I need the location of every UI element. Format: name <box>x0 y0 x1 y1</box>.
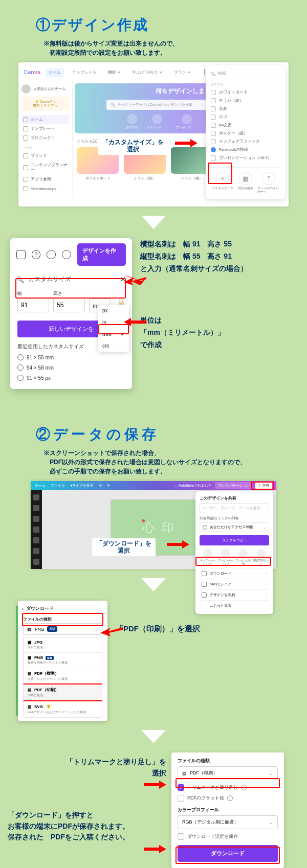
filetype-pdf-std[interactable]: ▤PDF（標準） 文書（およびメール）に最適 <box>24 668 102 684</box>
panel-item-fb[interactable]: Facebookの投稿 <box>211 146 280 154</box>
panel-import-file[interactable]: ⤒ファイルのインポート <box>257 172 280 194</box>
sidebar-item-smartmockups[interactable]: Smartmockups <box>21 184 69 193</box>
red-highlight-share-btn <box>251 482 274 490</box>
text-icon[interactable] <box>33 527 39 533</box>
file-icon: ▤ <box>182 771 187 776</box>
sidebar-section-tools: ツール <box>23 146 69 150</box>
panel-item-card[interactable]: 名刺 <box>211 105 280 113</box>
globe-icon <box>203 525 207 530</box>
save-settings-checkbox[interactable]: ダウンロード設定を保存 <box>178 833 278 840</box>
more-icon[interactable] <box>33 559 39 565</box>
checkbox-icon <box>178 795 184 802</box>
info-icon[interactable]: i <box>227 795 233 801</box>
clock-icon <box>17 364 24 371</box>
styles-icon[interactable] <box>33 548 39 554</box>
search-icon: 🔍 <box>111 103 115 107</box>
hero-cat-wb[interactable]: ホワイトボード <box>146 114 168 130</box>
share-list-download[interactable]: ダウンロード› <box>200 568 269 579</box>
create-design-button[interactable]: デザインを作成 <box>77 243 126 266</box>
panel-item-infog[interactable]: インフォグラフィック <box>211 138 280 146</box>
unit-cm[interactable]: cm <box>98 340 129 352</box>
filetype-dropdown: ▦JPG 共有に最適 ▦PNG推奨 複雑な画像やイラストに最適 ▤PDF（標準）… <box>23 637 102 718</box>
panel-item-logo[interactable]: ロゴ <box>211 113 280 121</box>
doc-title: … AutoSaveされました <box>174 483 212 488</box>
menu-home[interactable]: ホーム <box>35 483 46 488</box>
menu-resize[interactable]: ●サイズを変更 <box>70 483 94 488</box>
color-profile-select[interactable]: RGB（デジタル用に最適） ⌄ <box>178 815 278 829</box>
share-list-print[interactable]: デザインを印刷› <box>200 589 269 600</box>
callout-dl-1: 「ダウンロード」を押すと <box>8 810 166 821</box>
file-icon: ▦ <box>28 640 32 645</box>
redo-icon[interactable]: ⟳ <box>107 484 110 488</box>
undo-icon[interactable]: ⟲ <box>99 484 102 488</box>
panel-search[interactable]: 🔍 検索 <box>211 70 280 79</box>
filetype-jpg[interactable]: ▦JPG 共有に最適 <box>24 637 102 652</box>
panel-item-flyer[interactable]: チラシ（縦） <box>211 97 280 105</box>
hero-cat-pres[interactable]: プレゼンテー… <box>176 114 198 130</box>
arrow-icon <box>144 845 166 853</box>
sidebar-item-apps[interactable]: アプリ参照 <box>21 175 69 184</box>
topnav-plan[interactable]: プラン ∨ <box>171 68 194 77</box>
apps-icon <box>23 177 28 182</box>
recent-size-3[interactable]: 91 × 55 px <box>10 373 132 383</box>
chevron-right-icon: › <box>266 583 267 586</box>
chevron-down-icon: ⌄ <box>269 771 273 776</box>
gear-icon[interactable] <box>47 250 56 259</box>
panel-item-poster[interactable]: ポスター（縦） <box>211 129 280 138</box>
screen-icon[interactable] <box>16 250 26 259</box>
share-list-sns[interactable]: SNSでシェア› <box>200 579 269 589</box>
callout-pdf-print: 「PDF（印刷）」を選択 <box>116 601 289 634</box>
pro-upsell[interactable]: ♛ Canva Pro 無料トライアル <box>21 97 69 111</box>
share-input[interactable]: ユーザー、グループ、チームを追加 <box>200 504 269 513</box>
sidebar-item-planner[interactable]: コンテンツプランナー <box>21 161 69 175</box>
team-avatar-icon <box>21 84 31 94</box>
arrow-icon <box>175 139 198 147</box>
share-panel: このデザインを共有 ユーザー、グループ、チームを追加 共有可能なリンクの対象 あ… <box>195 491 273 614</box>
panel-item-pres[interactable]: プレゼンテーション（16:9） <box>211 154 280 162</box>
recent-size-2[interactable]: 94 × 58 mm <box>10 362 132 373</box>
panel-edit-photo[interactable]: ▦写真を編集 <box>234 172 257 194</box>
width-input[interactable] <box>17 298 49 312</box>
callout-dl-2: お客様の端末にPDFが保存されます。 <box>8 821 166 832</box>
panel-item-whiteboard[interactable]: ホワイトボード <box>211 88 280 97</box>
topnav-template[interactable]: テンプレート <box>69 68 100 77</box>
help-icon[interactable]: ? <box>32 250 41 259</box>
custom-size-modal: ? デザインを作成 🔍 カスタムサイズ ✕ 幅 高さ mm⌄ 🔒 新しいデザイ <box>10 238 132 389</box>
down-triangle-icon <box>141 730 166 743</box>
unit-px[interactable]: px <box>98 305 129 316</box>
clock-icon <box>17 354 24 360</box>
recent-size-1[interactable]: 91 × 55 mm <box>10 352 132 362</box>
menu-file[interactable]: ファイル <box>51 483 65 488</box>
topnav-func[interactable]: 機能 ∨ <box>105 68 124 77</box>
callout-download: 「ダウンロード」を 選択 <box>92 538 156 556</box>
topnav-learn[interactable]: 学ぶ/ビジ向け ∨ <box>129 68 165 77</box>
instruct-line1: 横型名刺は 幅 91 高さ 55 <box>140 238 289 250</box>
filetype-svg[interactable]: ▧SVG♛ Webデザインおよびアニメーションに最適 <box>24 700 102 717</box>
uploads-icon[interactable] <box>33 516 39 522</box>
sidebar-item-brand[interactable]: ブランド <box>21 151 69 161</box>
team-name: 太宰語さんのチーム <box>33 86 65 92</box>
copy-link-button[interactable]: リンクをコピー <box>200 535 269 545</box>
share-scope[interactable]: あなただけがアクセス可能 ⌄ <box>200 522 269 532</box>
template-icon[interactable] <box>33 494 39 500</box>
photos-icon[interactable] <box>33 537 39 543</box>
team-switcher[interactable]: 太宰語さんのチーム <box>21 84 69 94</box>
panel-item-a4[interactable]: A4文書 <box>211 121 280 129</box>
flatten-checkbox[interactable]: PDFのフラット化 i <box>178 795 278 802</box>
bell-icon[interactable] <box>62 250 71 259</box>
topnav-home[interactable]: ホーム <box>46 68 64 77</box>
home-icon <box>23 117 28 122</box>
page-icon <box>211 98 216 103</box>
height-input[interactable] <box>53 298 85 312</box>
sidebar-item-templates[interactable]: テンプレート <box>21 124 69 133</box>
filetype-png[interactable]: ▦PNG推奨 複雑な画像やイラストに最適 <box>24 652 102 668</box>
filetype-pdf-print[interactable]: ▤PDF（印刷） 印刷に最適 <box>24 684 102 700</box>
sidebar-item-home[interactable]: ホーム <box>21 115 69 124</box>
elements-icon[interactable] <box>33 505 39 511</box>
sidebar-item-projects[interactable]: プロジェクト <box>21 133 69 143</box>
present-button[interactable]: プレゼンテーション <box>215 482 252 489</box>
doc-icon <box>211 123 216 128</box>
presentation-icon <box>211 155 216 161</box>
instruct-line3: と入力（通常名刺サイズの場合） <box>140 263 289 275</box>
hero-cat-rec[interactable]: おすすめ <box>126 114 138 130</box>
